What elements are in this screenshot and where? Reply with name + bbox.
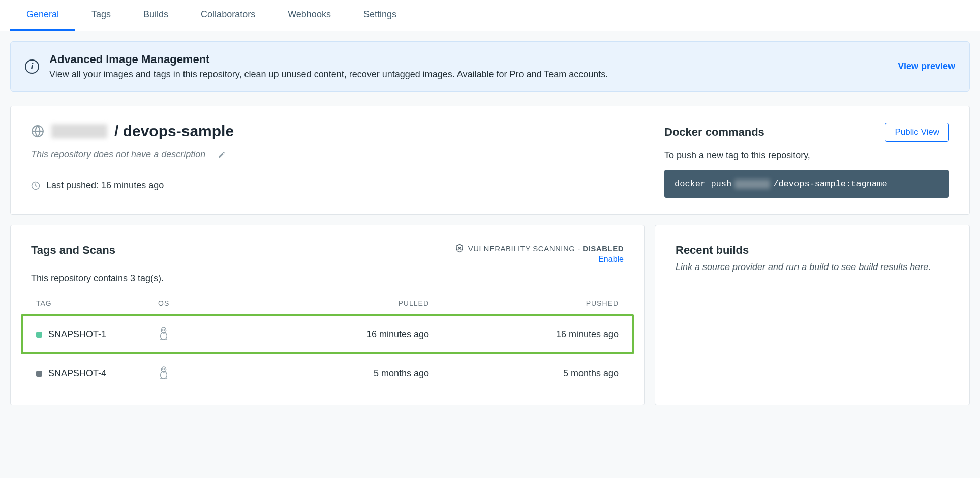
pulled-value: 5 months ago bbox=[239, 368, 429, 379]
tabs-nav: GeneralTagsBuildsCollaboratorsWebhooksSe… bbox=[0, 0, 980, 31]
pushed-value: 16 minutes ago bbox=[429, 329, 619, 340]
tag-table-header: TAG OS PULLED PUSHED bbox=[31, 299, 624, 314]
tab-tags[interactable]: Tags bbox=[75, 0, 127, 31]
banner-title: Advanced Image Management bbox=[49, 53, 608, 66]
docker-push-command[interactable]: docker push /devops-sample:tagname bbox=[664, 170, 949, 198]
shield-icon bbox=[455, 244, 464, 253]
recent-builds-title: Recent builds bbox=[676, 244, 949, 257]
svg-point-8 bbox=[164, 330, 165, 330]
svg-point-7 bbox=[162, 330, 163, 330]
os-linux-icon bbox=[158, 366, 239, 381]
aim-banner: i Advanced Image Management View all you… bbox=[10, 41, 970, 92]
view-preview-link[interactable]: View preview bbox=[898, 61, 955, 72]
repo-description-placeholder: This repository does not have a descript… bbox=[31, 149, 205, 160]
owner-redacted bbox=[51, 124, 107, 138]
edit-icon[interactable] bbox=[218, 151, 226, 159]
repo-card: / devops-sample This repository does not… bbox=[10, 106, 970, 215]
tag-count: This repository contains 3 tag(s). bbox=[31, 273, 624, 284]
svg-point-11 bbox=[162, 369, 163, 369]
table-row[interactable]: SNAPSHOT-116 minutes ago16 minutes ago bbox=[21, 314, 634, 354]
tab-collaborators[interactable]: Collaborators bbox=[185, 0, 271, 31]
enable-link[interactable]: Enable bbox=[455, 255, 624, 264]
tab-settings[interactable]: Settings bbox=[347, 0, 413, 31]
clock-icon bbox=[31, 181, 40, 190]
tag-name-text: SNAPSHOT-1 bbox=[48, 329, 106, 340]
table-row[interactable]: SNAPSHOT-45 months ago5 months ago bbox=[31, 354, 624, 393]
recent-builds-desc: Link a source provider and run a build t… bbox=[676, 262, 949, 273]
banner-desc: View all your images and tags in this re… bbox=[49, 69, 608, 80]
os-linux-icon bbox=[158, 326, 239, 342]
status-dot bbox=[36, 371, 42, 377]
tab-general[interactable]: General bbox=[10, 0, 75, 31]
builds-card: Recent builds Link a source provider and… bbox=[655, 225, 970, 405]
pulled-value: 16 minutes ago bbox=[239, 329, 429, 340]
info-icon: i bbox=[25, 59, 39, 74]
tags-scans-title: Tags and Scans bbox=[31, 244, 115, 257]
repo-title: / devops-sample bbox=[31, 123, 644, 140]
vuln-status: VULNERABILITY SCANNING - DISABLED bbox=[455, 244, 624, 253]
tags-card: Tags and Scans VULNERABILITY SCANNING - … bbox=[10, 225, 645, 405]
tab-webhooks[interactable]: Webhooks bbox=[271, 0, 347, 31]
public-view-button[interactable]: Public View bbox=[885, 123, 949, 142]
svg-point-12 bbox=[164, 369, 165, 369]
pushed-value: 5 months ago bbox=[429, 368, 619, 379]
tab-builds[interactable]: Builds bbox=[127, 0, 185, 31]
docker-push-text: To push a new tag to this repository, bbox=[664, 150, 949, 161]
last-pushed-text: Last pushed: 16 minutes ago bbox=[46, 180, 164, 191]
tag-name-text: SNAPSHOT-4 bbox=[48, 368, 106, 379]
repo-name: devops-sample bbox=[123, 123, 234, 139]
globe-icon bbox=[31, 125, 44, 138]
cmd-owner-redacted bbox=[734, 180, 770, 189]
status-dot bbox=[36, 332, 42, 338]
docker-commands-title: Docker commands bbox=[664, 126, 764, 139]
